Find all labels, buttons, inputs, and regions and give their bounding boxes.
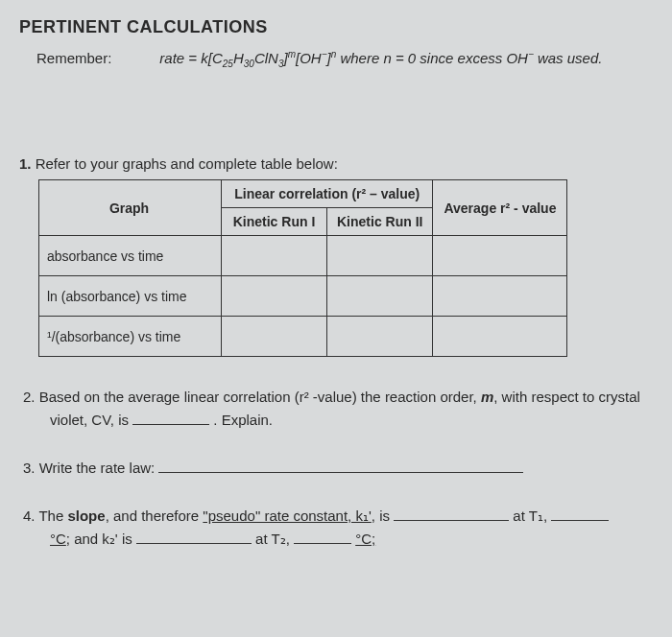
blank-field [551,507,609,521]
remember-row: Remember: rate = k[C25H30ClN3]m[OH−]n wh… [36,49,653,69]
q4-text2: , and therefore [106,507,204,524]
q4-and-k2: ; and k₂' is [66,531,132,547]
cell-blank [433,236,567,276]
col-run1-header: Kinetic Run I [222,208,327,236]
table-row: ¹/(absorbance) vs time [39,317,567,357]
q2-text2: , with respect to crystal [493,389,640,405]
blank-field [394,507,509,521]
rate-formula: rate = k[C25H30ClN3]m[OH−]n where n = 0 … [159,49,602,69]
q4-text1: The [38,507,67,524]
q2-explain: . Explain. [213,412,273,428]
section-heading: PERTINENT CALCULATIONS [19,17,653,37]
table-row: ln (absorbance) vs time [39,276,567,317]
cell-blank [327,276,433,317]
q4-pseudo: "pseudo" rate constant, k₁' [203,507,371,524]
question-1: 1. Refer to your graphs and complete tab… [19,155,653,172]
cell-blank [222,317,327,357]
cell-blank [222,276,327,317]
remember-label: Remember: [36,50,111,66]
q2-text3: violet, CV, is [50,412,129,428]
blank-field [158,460,523,473]
q1-number: 1. [19,155,32,172]
q2-text1: Based on the average linear correlation … [39,389,481,405]
q1-text: Refer to your graphs and complete table … [36,155,338,172]
question-2: 2. Based on the average linear correlati… [23,386,653,432]
row-inverse-absorbance: ¹/(absorbance) vs time [39,317,222,357]
row-ln-absorbance: ln (absorbance) vs time [39,276,222,317]
col-graph-header: Graph [39,180,222,236]
correlation-table: Graph Linear correlation (r² – value) Av… [38,179,567,357]
cell-blank [433,276,567,317]
q4-number: 4. [23,507,36,524]
cell-blank [327,317,433,357]
q3-text: Write the rate law: [39,460,156,476]
col-avg-header: Average r² - value [433,180,567,236]
cell-blank [433,317,567,357]
q4-c1: °C [50,531,66,547]
q2-number: 2. [23,389,36,405]
blank-field [136,531,252,544]
linear-correlation-header: Linear correlation (r² – value) [222,180,433,208]
q4-at-t1: at T₁, [513,507,547,524]
q4-c2: °C; [355,531,375,547]
cell-blank [327,236,433,276]
cell-blank [222,236,327,276]
q4-text3: , is [372,507,390,524]
blank-field [132,412,209,425]
q2-m: m [481,389,493,405]
q3-number: 3. [23,460,36,476]
question-4: 4. The slope, and therefore "pseudo" rat… [23,505,653,551]
table-row: absorbance vs time [39,236,567,276]
question-3: 3. Write the rate law: [23,457,653,480]
col-run2-header: Kinetic Run II [327,208,433,236]
blank-field [294,531,351,544]
row-absorbance: absorbance vs time [39,236,222,276]
q4-at-t2: at T₂, [255,531,290,547]
q4-slope: slope [67,507,105,524]
